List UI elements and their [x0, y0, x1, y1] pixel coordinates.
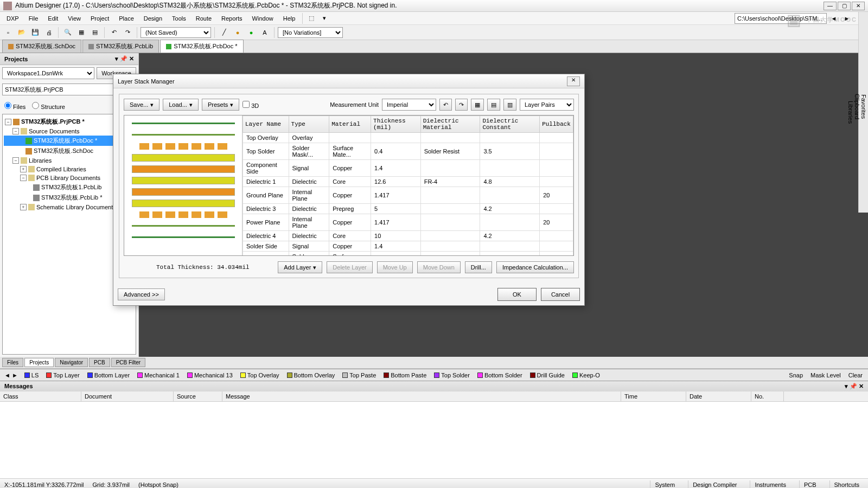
minimize-button[interactable]: — [824, 2, 837, 10]
msg-col-header[interactable]: No. [751, 391, 784, 401]
table-row[interactable]: Dielectric 4DielectricCore104.2 [243, 231, 573, 241]
save-button[interactable]: Save... ▾ [124, 99, 159, 111]
menu-project[interactable]: Project [86, 14, 113, 23]
delete-layer-button[interactable]: Delete Layer [327, 261, 372, 273]
3d-icon[interactable]: ▦ [75, 27, 87, 38]
presets-button[interactable]: Presets ▾ [202, 99, 239, 111]
tool-icon[interactable]: ▦ [471, 99, 484, 111]
table-row[interactable]: Ground PlaneInternal PlaneCopper1.41720 [243, 187, 573, 204]
impedance-button[interactable]: Impedance Calculation... [496, 261, 574, 273]
expand-icon[interactable]: − [20, 175, 27, 181]
tab-projects[interactable]: Projects [24, 358, 54, 367]
move-up-button[interactable]: Move Up [377, 261, 413, 273]
right-panels[interactable]: Favorites Clipboard Libraries [858, 12, 868, 213]
layer-tab[interactable]: Mechanical 1 [134, 371, 183, 380]
layer-tab[interactable]: Keep-O [569, 371, 603, 380]
menu-help[interactable]: Help [279, 14, 300, 23]
layer-tab-extra[interactable]: Clear [845, 371, 866, 380]
status-pcb[interactable]: PCB [799, 480, 821, 489]
status-shortcuts[interactable]: Shortcuts [829, 480, 864, 489]
col-header[interactable]: Dielectric Material [420, 116, 480, 133]
expand-icon[interactable]: − [12, 157, 19, 164]
layer-icon[interactable]: ▤ [89, 27, 101, 38]
tool-dropdown-icon[interactable]: ▾ [318, 12, 330, 24]
maximize-button[interactable]: ▢ [838, 2, 851, 10]
layer-tab[interactable]: Top Layer [43, 371, 82, 380]
layer-tab-extra[interactable]: Snap [786, 371, 806, 380]
table-row[interactable]: Top OverlayOverlay [243, 133, 573, 143]
redo-icon[interactable]: ↷ [122, 27, 133, 38]
col-header[interactable]: Pullback [540, 116, 573, 133]
saved-state-select[interactable]: (Not Saved) [141, 27, 211, 38]
layer-tab[interactable]: Top Solder [431, 371, 473, 380]
doctab-schdoc[interactable]: STM32系统板.SchDoc [2, 40, 81, 53]
menu-edit[interactable]: Edit [43, 14, 62, 23]
col-header[interactable]: Thickness (mil) [371, 116, 421, 133]
workspace-select[interactable]: Workspace1.DsnWrk [2, 67, 94, 79]
menu-view[interactable]: View [63, 14, 85, 23]
undo-icon[interactable]: ↶ [439, 99, 452, 111]
table-row[interactable]: Bottom SolderSolder Mask/...Surface Mate… [243, 252, 573, 256]
close-button[interactable]: ✕ [852, 2, 865, 10]
col-header[interactable]: Dielectric Constant [480, 116, 540, 133]
col-header[interactable]: Layer Name [243, 116, 289, 133]
menu-tools[interactable]: Tools [168, 14, 190, 23]
tab-files[interactable]: Files [2, 358, 23, 367]
layer-tab[interactable]: Top Overlay [237, 371, 283, 380]
msg-col-header[interactable]: Date [686, 391, 751, 401]
table-row[interactable]: Top SolderSolder Mask/...Surface Mate...… [243, 143, 573, 160]
expand-icon[interactable]: + [20, 166, 27, 172]
expand-icon[interactable]: − [5, 119, 11, 125]
menu-file[interactable]: File [24, 14, 43, 23]
msg-col-header[interactable]: Class [0, 391, 81, 401]
layer-tab[interactable]: Top Paste [339, 371, 379, 380]
menu-place[interactable]: Place [114, 14, 138, 23]
menu-reports[interactable]: Reports [217, 14, 247, 23]
drill-button[interactable]: Drill... [465, 261, 492, 273]
menu-window[interactable]: Window [248, 14, 278, 23]
variations-select[interactable]: [No Variations] [278, 27, 343, 38]
redo-icon[interactable]: ↷ [455, 99, 468, 111]
meas-unit-select[interactable]: Imperial [382, 99, 436, 111]
layer-tab[interactable]: Bottom Paste [380, 371, 430, 380]
table-row[interactable]: Power PlaneInternal PlaneCopper1.41720 [243, 214, 573, 231]
layer-tab[interactable]: Bottom Overlay [284, 371, 339, 380]
table-row[interactable]: Component SideSignalCopper1.4 [243, 160, 573, 177]
cancel-button[interactable]: Cancel [541, 288, 580, 301]
layer-pairs-select[interactable]: Layer Pairs [520, 99, 574, 111]
print-icon[interactable]: 🖨 [43, 27, 55, 38]
open-icon[interactable]: 📂 [16, 27, 28, 38]
panel-pin-icon[interactable]: ▾ 📌 ✕ [115, 55, 134, 62]
table-row[interactable]: Dielectric 3DielectricPrepreg54.2 [243, 204, 573, 214]
layer-tab[interactable]: Mechanical 13 [184, 371, 236, 380]
new-icon[interactable]: ▫ [2, 27, 14, 38]
tab-navigator[interactable]: Navigator [55, 358, 88, 367]
tab-pcb[interactable]: PCB [89, 358, 110, 367]
radio-structure[interactable]: Structure [32, 102, 65, 110]
ok-button[interactable]: OK [497, 288, 537, 301]
3d-checkbox[interactable]: 3D [242, 101, 259, 109]
menu-design[interactable]: Design [139, 14, 167, 23]
layer-tab[interactable]: LS [21, 371, 42, 380]
table-row[interactable]: Solder SideSignalCopper1.4 [243, 241, 573, 252]
expand-icon[interactable]: − [12, 128, 19, 134]
advanced-button[interactable]: Advanced >> [118, 288, 165, 300]
load-button[interactable]: Load... ▾ [163, 99, 199, 111]
layer-tab[interactable]: Bottom Solder [474, 371, 526, 380]
expand-icon[interactable]: + [20, 204, 27, 210]
status-instruments[interactable]: Instruments [750, 480, 790, 489]
radio-files[interactable]: Files [4, 102, 25, 110]
route-icon[interactable]: ╱ [218, 27, 230, 38]
move-down-button[interactable]: Move Down [417, 261, 461, 273]
pad-icon[interactable]: ● [245, 27, 257, 38]
layer-tab[interactable]: Drill Guide [527, 371, 568, 380]
col-header[interactable]: Type [289, 116, 329, 133]
messages-body[interactable] [0, 402, 868, 478]
stack-table[interactable]: Layer NameTypeMaterialThickness (mil)Die… [242, 115, 573, 255]
col-header[interactable]: Material [329, 116, 371, 133]
dialog-close-button[interactable]: ✕ [567, 76, 580, 86]
save-icon[interactable]: 💾 [29, 27, 41, 38]
menu-dxp[interactable]: DXP [2, 14, 23, 23]
messages-controls[interactable]: ▾ 📌 ✕ [845, 383, 864, 390]
tool-icon[interactable]: ▥ [503, 99, 516, 111]
